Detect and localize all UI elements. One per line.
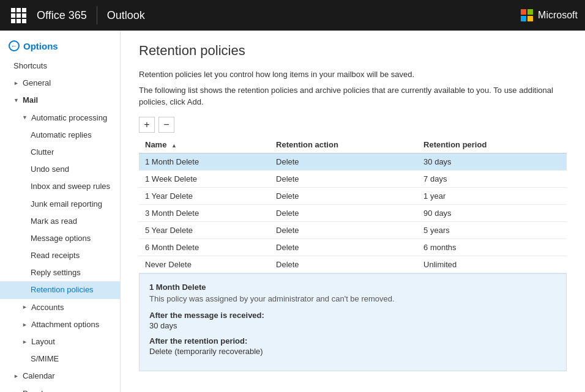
sidebar: ← Options Shortcuts ► General ▼ Mail ▼ A… xyxy=(0,31,121,392)
row-name: 1 Month Delete xyxy=(139,153,270,170)
add-policy-button[interactable]: + xyxy=(139,117,155,133)
remove-policy-button[interactable]: − xyxy=(158,117,174,133)
table-row[interactable]: Never Delete Delete Unlimited xyxy=(139,256,567,273)
sidebar-item-shortcuts[interactable]: Shortcuts xyxy=(0,57,120,75)
detail-section1-title: After the message is received: xyxy=(149,311,556,320)
table-row[interactable]: 1 Week Delete Delete 7 days xyxy=(139,170,567,187)
sidebar-item-people[interactable]: ► People xyxy=(0,385,120,392)
policy-table: Name ▲ Retention action Retention period… xyxy=(139,136,567,273)
sidebar-item-general[interactable]: ► General xyxy=(0,75,120,92)
row-action: Delete xyxy=(270,204,417,221)
shortcuts-label: Shortcuts xyxy=(13,61,47,72)
sidebar-item-calendar[interactable]: ► Calendar xyxy=(0,368,120,385)
sidebar-item-message-options[interactable]: Message options xyxy=(0,230,120,247)
sidebar-item-undo-send[interactable]: Undo send xyxy=(0,161,120,178)
attachment-options-expand-arrow: ► xyxy=(22,321,28,329)
detail-section2-value: Delete (temporarily recoverable) xyxy=(149,347,556,356)
message-options-label: Message options xyxy=(31,233,91,244)
row-period: 6 months xyxy=(417,239,567,256)
row-name: 1 Year Delete xyxy=(139,187,270,204)
sidebar-item-smime[interactable]: S/MIME xyxy=(0,350,120,368)
col-header-retention-period: Retention period xyxy=(417,136,567,153)
calendar-label: Calendar xyxy=(23,371,55,382)
mark-as-read-label: Mark as read xyxy=(31,216,77,227)
layout-label: Layout xyxy=(31,336,55,347)
calendar-expand-arrow: ► xyxy=(13,372,19,380)
retention-policies-label: Retention policies xyxy=(31,284,94,295)
back-icon: ← xyxy=(9,40,20,51)
page-layout: ← Options Shortcuts ► General ▼ Mail ▼ A… xyxy=(0,31,585,392)
row-action: Delete xyxy=(270,170,417,187)
sidebar-item-inbox-sweep[interactable]: Inbox and sweep rules xyxy=(0,178,120,195)
clutter-label: Clutter xyxy=(31,147,54,158)
mail-expand-arrow: ▼ xyxy=(13,97,19,105)
row-action: Delete xyxy=(270,221,417,239)
microsoft-logo: Microsoft xyxy=(521,9,578,21)
col-header-retention-action: Retention action xyxy=(270,136,417,153)
sidebar-item-read-receipts[interactable]: Read receipts xyxy=(0,247,120,264)
read-receipts-label: Read receipts xyxy=(31,250,80,261)
undo-send-label: Undo send xyxy=(31,164,69,175)
table-row[interactable]: 3 Month Delete Delete 90 days xyxy=(139,204,567,221)
sidebar-item-auto-replies[interactable]: Automatic replies xyxy=(0,127,120,144)
sidebar-item-layout[interactable]: ► Layout xyxy=(0,333,120,350)
auto-processing-label: Automatic processing xyxy=(31,113,107,124)
table-row[interactable]: 6 Month Delete Delete 6 months xyxy=(139,239,567,256)
people-label: People xyxy=(23,388,47,392)
detail-subtitle: This policy was assigned by your adminis… xyxy=(149,294,556,303)
general-label: General xyxy=(23,78,51,89)
detail-section2-title: After the retention period: xyxy=(149,336,556,346)
sidebar-item-auto-processing[interactable]: ▼ Automatic processing xyxy=(0,109,120,127)
auto-replies-label: Automatic replies xyxy=(31,130,92,141)
row-name: 1 Week Delete xyxy=(139,170,270,187)
table-toolbar: + − xyxy=(139,117,567,133)
accounts-expand-arrow: ► xyxy=(22,303,28,311)
row-action: Delete xyxy=(270,256,417,273)
sidebar-item-attachment-options[interactable]: ► Attachment options xyxy=(0,316,120,333)
row-period: 1 year xyxy=(417,187,567,204)
people-expand-arrow: ► xyxy=(13,390,19,392)
inbox-sweep-label: Inbox and sweep rules xyxy=(31,181,110,192)
sidebar-item-mark-as-read[interactable]: Mark as read xyxy=(0,213,120,230)
options-label: Options xyxy=(23,41,58,51)
microsoft-label: Microsoft xyxy=(538,10,578,21)
row-name: 6 Month Delete xyxy=(139,239,270,256)
sidebar-item-junk-email[interactable]: Junk email reporting xyxy=(0,196,120,213)
smime-label: S/MIME xyxy=(31,353,59,364)
col-retention-period-label: Retention period xyxy=(423,140,486,149)
sidebar-item-mail[interactable]: ▼ Mail xyxy=(0,92,120,109)
topbar-divider xyxy=(97,6,97,24)
detail-panel: 1 Month Delete This policy was assigned … xyxy=(139,273,567,371)
row-period: 30 days xyxy=(417,153,567,170)
options-back-button[interactable]: ← Options xyxy=(0,37,120,57)
reply-settings-label: Reply settings xyxy=(31,267,81,278)
sidebar-item-reply-settings[interactable]: Reply settings xyxy=(0,264,120,281)
layout-expand-arrow: ► xyxy=(22,338,28,346)
row-name: 5 Year Delete xyxy=(139,221,270,239)
table-row[interactable]: 1 Month Delete Delete 30 days xyxy=(139,153,567,170)
row-action: Delete xyxy=(270,239,417,256)
general-expand-arrow: ► xyxy=(13,80,19,87)
detail-section1-value: 30 days xyxy=(149,321,556,330)
row-period: Unlimited xyxy=(417,256,567,273)
sidebar-item-retention-policies[interactable]: Retention policies xyxy=(0,281,120,298)
waffle-button[interactable] xyxy=(7,4,29,26)
table-row[interactable]: 1 Year Delete Delete 1 year xyxy=(139,187,567,204)
table-row[interactable]: 5 Year Delete Delete 5 years xyxy=(139,221,567,239)
page-title: Retention policies xyxy=(139,43,567,59)
row-period: 7 days xyxy=(417,170,567,187)
mail-label: Mail xyxy=(23,95,38,106)
detail-title: 1 Month Delete xyxy=(149,283,556,292)
sidebar-item-clutter[interactable]: Clutter xyxy=(0,144,120,161)
attachment-options-label: Attachment options xyxy=(31,319,99,330)
row-name: 3 Month Delete xyxy=(139,204,270,221)
junk-email-label: Junk email reporting xyxy=(31,199,102,210)
col-header-name[interactable]: Name ▲ xyxy=(139,136,270,153)
row-period: 90 days xyxy=(417,204,567,221)
sidebar-item-accounts[interactable]: ► Accounts xyxy=(0,299,120,316)
topbar: Office 365 Outlook Microsoft xyxy=(0,0,585,31)
description-2: The following list shows the retention p… xyxy=(139,84,567,108)
outlook-label: Outlook xyxy=(107,9,145,22)
description-1: Retention policies let you control how l… xyxy=(139,68,567,81)
row-name: Never Delete xyxy=(139,256,270,273)
